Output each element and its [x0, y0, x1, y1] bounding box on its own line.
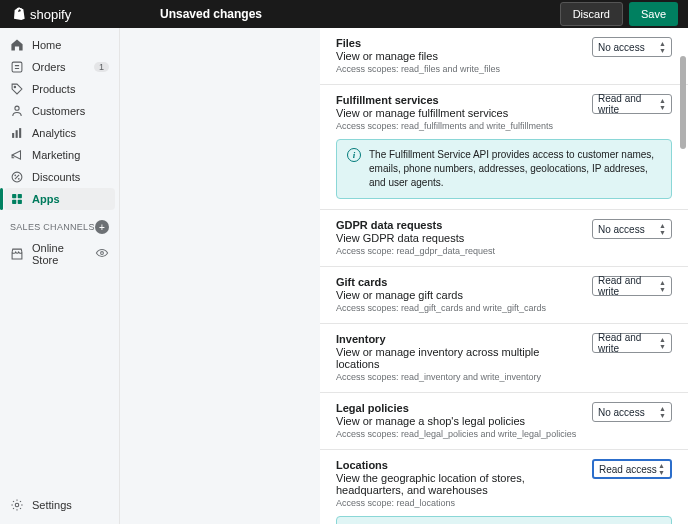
permission-row: Locations View the geographic location o… [320, 450, 688, 524]
permission-scope: Access scopes: read_legal_policies and w… [336, 429, 582, 439]
chevron-updown-icon: ▲▼ [658, 462, 665, 476]
permission-scope: Access scopes: read_fulfillments and wri… [336, 121, 582, 131]
logo-text: shopify [30, 7, 71, 22]
info-icon: i [347, 148, 361, 162]
svg-rect-8 [18, 194, 22, 198]
sidebar-item-label: Apps [32, 193, 60, 205]
info-text: The Fulfillment Service API provides acc… [369, 148, 661, 190]
access-select[interactable]: Read access ▲▼ [592, 459, 672, 479]
sidebar-item-orders[interactable]: Orders 1 [0, 56, 119, 78]
access-select[interactable]: Read and write ▲▼ [592, 94, 672, 114]
svg-rect-0 [12, 62, 22, 72]
svg-point-1 [14, 86, 15, 87]
svg-rect-5 [19, 128, 21, 138]
discounts-icon [10, 170, 24, 184]
orders-icon [10, 60, 24, 74]
access-select-value: No access [598, 224, 645, 235]
access-select[interactable]: Read and write ▲▼ [592, 333, 672, 353]
sidebar-item-label: Products [32, 83, 75, 95]
permission-title: GDPR data requests [336, 219, 582, 231]
access-select-value: Read access [599, 464, 657, 475]
permission-scope: Access scopes: read_inventory and write_… [336, 372, 582, 382]
permission-scope: Access scope: read_locations [336, 498, 582, 508]
permission-row: Fulfillment services View or manage fulf… [320, 85, 688, 210]
permission-row: Inventory View or manage inventory acros… [320, 324, 688, 393]
svg-rect-7 [12, 194, 16, 198]
permission-title: Files [336, 37, 582, 49]
products-icon [10, 82, 24, 96]
permission-row: Files View or manage files Access scopes… [320, 28, 688, 85]
permission-desc: View or manage gift cards [336, 289, 582, 301]
orders-badge: 1 [94, 62, 109, 72]
scrollbar-thumb[interactable] [680, 56, 686, 149]
svg-rect-9 [12, 200, 16, 204]
svg-point-11 [101, 252, 104, 255]
apps-icon [10, 192, 24, 206]
sidebar-item-label: Discounts [32, 171, 80, 183]
chevron-updown-icon: ▲▼ [659, 405, 666, 419]
permission-title: Locations [336, 459, 582, 471]
discard-button[interactable]: Discard [560, 2, 623, 26]
info-banner: iThe Location API provides access to the… [336, 516, 672, 524]
chevron-updown-icon: ▲▼ [659, 97, 666, 111]
access-select[interactable]: Read and write ▲▼ [592, 276, 672, 296]
sidebar-item-home[interactable]: Home [0, 34, 119, 56]
sidebar-item-label: Settings [32, 499, 72, 511]
sidebar-item-online-store[interactable]: Online Store [0, 238, 119, 270]
customers-icon [10, 104, 24, 118]
permission-title: Fulfillment services [336, 94, 582, 106]
sidebar-item-products[interactable]: Products [0, 78, 119, 100]
permission-row: Gift cards View or manage gift cards Acc… [320, 267, 688, 324]
chevron-updown-icon: ▲▼ [659, 279, 666, 293]
logo[interactable]: shopify [10, 6, 160, 22]
sidebar-item-customers[interactable]: Customers [0, 100, 119, 122]
permission-scope: Access scope: read_gdpr_data_request [336, 246, 582, 256]
sidebar-item-analytics[interactable]: Analytics [0, 122, 119, 144]
permission-desc: View or manage inventory across multiple… [336, 346, 582, 370]
access-select-value: Read and write [598, 332, 659, 354]
sidebar-item-label: Orders [32, 61, 66, 73]
sidebar-item-label: Customers [32, 105, 85, 117]
svg-rect-10 [18, 200, 22, 204]
chevron-updown-icon: ▲▼ [659, 222, 666, 236]
info-banner: iThe Fulfillment Service API provides ac… [336, 139, 672, 199]
access-select-value: Read and write [598, 93, 659, 115]
unsaved-changes-label: Unsaved changes [160, 7, 560, 21]
home-icon [10, 38, 24, 52]
permission-title: Legal policies [336, 402, 582, 414]
view-store-icon[interactable] [95, 246, 109, 262]
sidebar-item-label: Marketing [32, 149, 80, 161]
permission-desc: View the geographic location of stores, … [336, 472, 582, 496]
sidebar-item-marketing[interactable]: Marketing [0, 144, 119, 166]
chevron-updown-icon: ▲▼ [659, 336, 666, 350]
permission-title: Gift cards [336, 276, 582, 288]
svg-point-2 [15, 106, 19, 110]
marketing-icon [10, 148, 24, 162]
permission-desc: View GDPR data requests [336, 232, 582, 244]
sidebar-item-settings[interactable]: Settings [0, 494, 119, 524]
gear-icon [10, 498, 24, 512]
permission-scope: Access scopes: read_files and write_file… [336, 64, 582, 74]
access-select-value: No access [598, 42, 645, 53]
permission-desc: View or manage fulfillment services [336, 107, 582, 119]
sidebar-item-apps[interactable]: Apps [4, 188, 115, 210]
analytics-icon [10, 126, 24, 140]
permission-scope: Access scopes: read_gift_cards and write… [336, 303, 582, 313]
permission-desc: View or manage files [336, 50, 582, 62]
access-select[interactable]: No access ▲▼ [592, 402, 672, 422]
save-button[interactable]: Save [629, 2, 678, 26]
add-channel-icon[interactable]: + [95, 220, 109, 234]
permission-row: Legal policies View or manage a shop's l… [320, 393, 688, 450]
svg-point-12 [15, 503, 19, 507]
topbar: shopify Unsaved changes Discard Save [0, 0, 688, 28]
access-select[interactable]: No access ▲▼ [592, 219, 672, 239]
access-select-value: No access [598, 407, 645, 418]
sidebar-item-label: Online Store [32, 242, 87, 266]
svg-rect-3 [12, 133, 14, 138]
sidebar-item-discounts[interactable]: Discounts [0, 166, 119, 188]
online-store-icon [10, 247, 24, 261]
access-select[interactable]: No access ▲▼ [592, 37, 672, 57]
permission-row: GDPR data requests View GDPR data reques… [320, 210, 688, 267]
sidebar-item-label: Home [32, 39, 61, 51]
svg-rect-4 [16, 130, 18, 138]
